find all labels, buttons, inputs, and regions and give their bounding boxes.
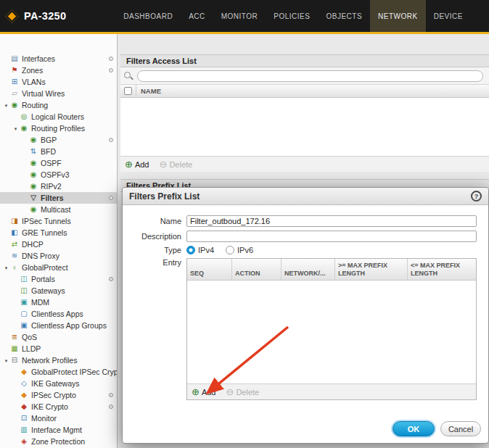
device-brand: PA-3250 — [0, 0, 73, 32]
sidebar-item-dhcp[interactable]: ⇄DHCP — [0, 238, 117, 250]
sidebar-item-routing[interactable]: ▾◉Routing — [0, 99, 117, 111]
sidebar-item-monitor[interactable]: ⊡Monitor — [0, 412, 117, 424]
ike-crypto-icon: ◆ — [19, 403, 29, 410]
tab-device[interactable]: DEVICE — [426, 0, 471, 32]
access-list-delete-button[interactable]: ⊖ Delete — [159, 159, 192, 169]
sidebar-item-gre-tunnels[interactable]: ◧GRE Tunnels — [0, 227, 117, 238]
sidebar-item-label: Clientless App Groups — [31, 321, 117, 330]
sidebar-item-clientless-app-groups[interactable]: ▣Clientless App Groups — [0, 320, 117, 331]
sidebar-item-clientless-apps[interactable]: ▢Clientless Apps — [0, 308, 117, 320]
chevron-down-icon[interactable]: ▾ — [12, 126, 19, 131]
logical-routers-icon: ◎ — [19, 113, 29, 120]
search-input[interactable] — [137, 70, 483, 82]
entry-delete-button[interactable]: ⊖ Delete — [226, 387, 259, 397]
sidebar-item-ike-gateways[interactable]: ◇IKE Gateways — [0, 378, 117, 389]
status-dot — [109, 393, 113, 397]
dialog-title: Filters Prefix List — [129, 191, 200, 202]
status-dot — [109, 405, 113, 409]
sidebar-item-ike-crypto[interactable]: ◆IKE Crypto — [0, 401, 117, 412]
description-field-row: Description — [123, 231, 482, 242]
tab-policies[interactable]: POLICIES — [266, 0, 318, 32]
sidebar-item-qos[interactable]: ≣QoS — [0, 331, 117, 343]
tab-monitor[interactable]: MONITOR — [213, 0, 266, 32]
sidebar-item-globalprotect[interactable]: ▾♁GlobalProtect — [0, 262, 117, 273]
sidebar-item-ripv2[interactable]: ◉RIPv2 — [0, 181, 117, 192]
sidebar-item-label: GRE Tunnels — [22, 228, 117, 237]
dialog-title-bar: Filters Prefix List ? — [123, 188, 488, 205]
sidebar-tree: ▤Interfaces⚑Zones⊞VLANs▱Virtual Wires▾◉R… — [0, 34, 118, 448]
sidebar-item-logical-routers[interactable]: ◎Logical Routers — [0, 111, 117, 123]
access-list-add-button[interactable]: ⊕ Add — [125, 159, 149, 169]
sidebar-item-network-profiles[interactable]: ▾⊟Network Profiles — [0, 354, 117, 366]
sidebar-item-globalprotect-ipsec-crypto[interactable]: ◆GlobalProtect IPSec Crypto — [0, 366, 117, 378]
select-all-checkbox[interactable] — [124, 87, 132, 95]
tab-network[interactable]: NETWORK — [370, 0, 426, 32]
sidebar-item-label: OSPFv3 — [41, 170, 117, 179]
sidebar-item-virtual-wires[interactable]: ▱Virtual Wires — [0, 88, 117, 99]
gateways-icon: ◫ — [19, 287, 29, 294]
vlans-icon: ⊞ — [9, 78, 20, 86]
type-label: Type — [123, 246, 186, 254]
sidebar-item-vlans[interactable]: ⊞VLANs — [0, 76, 117, 88]
sidebar-item-bgp[interactable]: ◉BGP — [0, 134, 117, 146]
description-input[interactable] — [186, 231, 477, 242]
circled-minus-icon: ⊖ — [226, 387, 234, 397]
delete-button-label: Delete — [169, 160, 192, 169]
chevron-down-icon[interactable]: ▾ — [3, 265, 9, 270]
clientless-app-groups-icon: ▣ — [19, 322, 29, 329]
ipv6-radio[interactable] — [226, 246, 234, 254]
circled-plus-icon: ⊕ — [125, 159, 133, 169]
tab-objects[interactable]: OBJECTS — [318, 0, 370, 32]
entry-add-button[interactable]: ⊕ Add — [192, 387, 215, 397]
sidebar-item-lldp[interactable]: ▦LLDP — [0, 343, 117, 354]
sidebar-item-label: Routing Profiles — [31, 124, 117, 133]
accent-line — [0, 32, 489, 34]
name-field-row: Name — [123, 215, 482, 227]
ipv4-radio[interactable] — [186, 246, 195, 254]
sidebar-item-interfaces[interactable]: ▤Interfaces — [0, 53, 117, 65]
paloalto-logo-icon — [5, 9, 18, 22]
tab-dashboard[interactable]: DASHBOARD — [115, 0, 181, 32]
sidebar-item-label: IKE Crypto — [31, 402, 109, 411]
sidebar-item-label: Gateways — [31, 286, 117, 295]
sidebar-item-label: BFD — [41, 147, 117, 156]
pan-os-application: PA-3250 DASHBOARDACCMONITORPOLICIESOBJEC… — [0, 0, 489, 448]
sidebar-item-ospf[interactable]: ◉OSPF — [0, 157, 117, 169]
sidebar-item-label: Zone Protection — [31, 437, 117, 446]
type-options: IPv4 IPv6 — [186, 246, 253, 254]
name-input[interactable] — [186, 215, 477, 227]
sidebar-item-multicast[interactable]: ◉Multicast — [0, 204, 117, 215]
tab-acc[interactable]: ACC — [181, 0, 213, 32]
sidebar-item-filters[interactable]: ▽Filters — [0, 192, 117, 204]
entry-delete-label: Delete — [236, 388, 259, 397]
entry-column-header-seq: SEQ — [187, 259, 232, 280]
chevron-down-icon[interactable]: ▾ — [3, 358, 9, 363]
name-label: Name — [123, 217, 186, 225]
filters-icon: ▽ — [28, 194, 38, 202]
sidebar-item-label: DHCP — [22, 240, 117, 249]
ok-button[interactable]: OK — [393, 421, 435, 436]
sidebar-item-dns-proxy[interactable]: ≋DNS Proxy — [0, 250, 117, 262]
sidebar-item-ospfv3[interactable]: ◉OSPFv3 — [0, 169, 117, 181]
sidebar-item-ipsec-crypto[interactable]: ◆IPSec Crypto — [0, 389, 117, 401]
help-icon[interactable]: ? — [471, 191, 482, 202]
circled-plus-icon: ⊕ — [192, 387, 200, 397]
chevron-down-icon[interactable]: ▾ — [3, 103, 9, 108]
sidebar-item-zones[interactable]: ⚑Zones — [0, 65, 117, 76]
sidebar-item-routing-profiles[interactable]: ▾◉Routing Profiles — [0, 123, 117, 134]
monitor-icon: ⊡ — [19, 415, 29, 422]
sidebar-item-interface-mgmt[interactable]: ▥Interface Mgmt — [0, 424, 117, 436]
entry-column-header-max-prefix-length: <= MAX PREFIX LENGTH — [408, 259, 476, 280]
sidebar-item-mdm[interactable]: ▣MDM — [0, 296, 117, 308]
sidebar-item-ipsec-tunnels[interactable]: ◨IPSec Tunnels — [0, 215, 117, 227]
entry-table-body — [187, 281, 476, 383]
cancel-button[interactable]: Cancel — [440, 421, 481, 436]
sidebar-item-portals[interactable]: ◫Portals — [0, 273, 117, 285]
sidebar-item-bfd[interactable]: ⇅BFD — [0, 146, 117, 157]
sidebar-item-zone-protection[interactable]: ◈Zone Protection — [0, 436, 117, 447]
virtual-wires-icon: ▱ — [9, 90, 20, 97]
routing-icon: ◉ — [9, 101, 20, 109]
sidebar-item-gateways[interactable]: ◫Gateways — [0, 285, 117, 296]
sidebar-item-label: IPSec Tunnels — [22, 217, 117, 225]
interfaces-icon: ▤ — [9, 55, 20, 62]
